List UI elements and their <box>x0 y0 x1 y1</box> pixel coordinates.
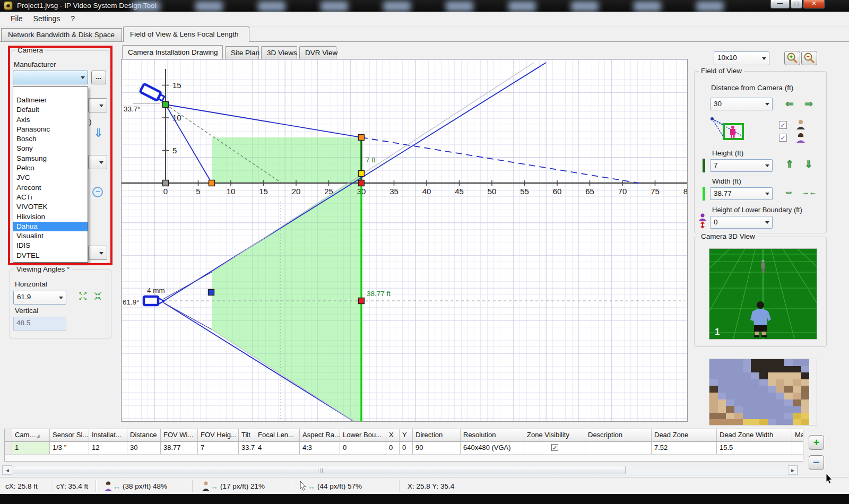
obscured-combobox-2[interactable] <box>88 155 107 169</box>
manufacturer-option-panasonic[interactable]: Panasonic <box>13 125 88 134</box>
width-combobox[interactable]: 38.77 <box>710 187 773 200</box>
scroll-right-icon[interactable]: ► <box>788 465 798 475</box>
zone-start-handle[interactable] <box>209 290 214 296</box>
manufacturer-option-hikvision[interactable]: Hikvision <box>13 212 88 222</box>
horizontal-angle-combobox[interactable]: 61.9 <box>13 291 66 305</box>
maximize-button[interactable]: □ <box>791 0 802 8</box>
camera-icon-top[interactable] <box>144 297 164 305</box>
scroll-left-icon[interactable]: ◄ <box>3 465 12 475</box>
table-cell-0[interactable]: 1 <box>12 442 50 455</box>
obscured-combobox-1[interactable] <box>88 98 107 112</box>
obscured-combobox-3[interactable] <box>88 246 107 260</box>
table-cell-4[interactable]: 38.77 <box>161 442 198 455</box>
chevron-down-icon[interactable] <box>763 98 772 110</box>
grid-size-combobox[interactable]: 10x10 <box>714 51 769 65</box>
arrow-down-icon[interactable]: ⇓ <box>93 126 103 140</box>
table-cell-15[interactable] <box>585 442 652 455</box>
column-header-9[interactable]: Lower Bou... <box>340 429 386 442</box>
narrow-icon[interactable]: →← <box>802 188 817 196</box>
column-header-8[interactable]: Aspect Ra... <box>300 429 340 442</box>
manufacturer-option-sony[interactable]: Sony <box>13 144 88 153</box>
menu-item-?[interactable]: ? <box>65 12 80 25</box>
column-header-16[interactable]: Dead Zone <box>652 429 717 442</box>
browse-camera-button[interactable]: ... <box>91 71 106 84</box>
table-cell-11[interactable]: 0 <box>400 442 413 455</box>
table-cell-9[interactable]: 0 <box>340 442 386 455</box>
column-header-14[interactable]: Zone Visibility <box>524 429 585 442</box>
manufacturer-option-default[interactable]: Default <box>13 105 88 115</box>
minimize-button[interactable]: — <box>770 0 790 8</box>
menu-item-file[interactable]: File <box>5 12 28 25</box>
table-cell-16[interactable]: 7.52 <box>652 442 717 455</box>
column-header-1[interactable]: Sensor Si... <box>50 429 89 442</box>
show-woman-checkbox[interactable]: ✓ <box>779 134 787 142</box>
table-cell-13[interactable]: 640x480 (VGA) <box>461 442 524 455</box>
chevron-down-icon[interactable] <box>763 188 772 199</box>
scrollbar-thumb[interactable] <box>13 466 626 474</box>
chevron-down-icon[interactable] <box>56 291 66 304</box>
table-cell-3[interactable]: 30 <box>127 442 161 455</box>
column-header-0[interactable]: Cam... ◢ <box>12 429 50 442</box>
column-header-13[interactable]: Resolution <box>461 429 524 442</box>
remove-camera-button[interactable]: − <box>809 455 824 470</box>
column-header-3[interactable]: Distance <box>127 429 161 442</box>
height-combobox[interactable]: 7 <box>710 159 773 172</box>
column-header-4[interactable]: FOV Wi... <box>161 429 198 442</box>
chevron-down-icon[interactable] <box>78 71 88 84</box>
camera-icon-side[interactable] <box>140 84 166 103</box>
manufacturer-option-arecont[interactable]: Arecont <box>13 183 88 193</box>
distance-combobox[interactable]: 30 <box>710 98 773 110</box>
manufacturer-option-idis[interactable]: IDIS <box>13 241 88 250</box>
near-edge-handle[interactable] <box>209 180 215 186</box>
column-header-15[interactable]: Description <box>585 429 652 442</box>
manufacturer-combobox[interactable] <box>13 71 88 84</box>
narrow-angle-icon[interactable]: ↘↙↗↖ <box>92 292 103 302</box>
zone-visibility-checkbox[interactable]: ✓ <box>551 444 558 451</box>
manufacturer-option-bosch[interactable]: Bosch <box>13 134 88 144</box>
zoom-in-button[interactable] <box>784 51 800 65</box>
horizontal-scrollbar[interactable]: ◄ ► <box>2 465 798 475</box>
chevron-down-icon[interactable] <box>763 216 772 228</box>
show-man-checkbox[interactable]: ✓ <box>779 121 787 129</box>
manufacturer-option-dallmeier[interactable]: Dallmeier <box>13 95 88 105</box>
tab-camera-installation-drawing[interactable]: Camera Installation Drawing <box>122 45 223 59</box>
zoom-out-button[interactable] <box>801 51 817 65</box>
add-camera-button[interactable]: + <box>809 435 824 450</box>
column-header-10[interactable]: X <box>386 429 400 442</box>
lower-boundary-handle[interactable] <box>359 171 365 177</box>
camera-3d-viewport[interactable]: 1 <box>709 248 817 340</box>
camera-height-handle[interactable] <box>163 102 169 108</box>
chevron-down-icon[interactable] <box>759 52 769 65</box>
manufacturer-dropdown-list[interactable]: DallmeierDefaultAxisPanasonicBoschSonySa… <box>13 86 88 263</box>
lower-boundary-combobox[interactable]: 0 <box>710 216 773 229</box>
fov-top-handle[interactable] <box>359 135 365 141</box>
table-cell-10[interactable]: 0 <box>386 442 400 455</box>
manufacturer-option-vivotek[interactable]: VIVOTEK <box>13 202 88 212</box>
widen-angle-icon[interactable]: ↖↗↙↘ <box>77 292 89 302</box>
tab-network-bandwidth-disk-space[interactable]: Network Bandwidth & Disk Space <box>1 28 122 42</box>
table-cell-8[interactable]: 4:3 <box>300 442 340 455</box>
move-farther-icon[interactable]: ⇒ <box>804 98 813 110</box>
table-cell-7[interactable]: 4 <box>255 442 300 455</box>
column-header-7[interactable]: Focal Len... <box>255 429 300 442</box>
tab-field-of-view-lens-focal-length[interactable]: Field of View & Lens Focal Length <box>123 27 249 42</box>
table-cell-2[interactable]: 12 <box>89 442 127 455</box>
manufacturer-option-acti[interactable]: ACTi <box>13 193 88 202</box>
tab-site-plan[interactable]: Site Plan <box>225 46 259 59</box>
close-button[interactable]: ✕ <box>803 0 825 8</box>
widen-icon[interactable]: ⇔ <box>784 186 794 198</box>
decrease-height-icon[interactable]: ⇓ <box>804 158 813 170</box>
table-cell-5[interactable]: 7 <box>198 442 239 455</box>
column-header-18[interactable]: Manuf <box>792 429 803 442</box>
table-cell-12[interactable]: 90 <box>413 442 461 455</box>
move-closer-icon[interactable]: ⇐ <box>785 98 794 110</box>
column-header-2[interactable]: Installat... <box>89 429 127 442</box>
manufacturer-option-samsung[interactable]: Samsung <box>13 154 88 163</box>
distance-handle-side[interactable] <box>359 180 365 186</box>
distance-handle-top[interactable] <box>359 298 365 304</box>
menu-item-settings[interactable]: Settings <box>28 12 66 25</box>
table-cell-1[interactable]: 1/3 " <box>50 442 89 455</box>
manufacturer-option-dahua[interactable]: Dahua <box>13 222 88 231</box>
column-header-5[interactable]: FOV Heig... <box>198 429 239 442</box>
chevron-down-icon[interactable] <box>763 160 772 171</box>
